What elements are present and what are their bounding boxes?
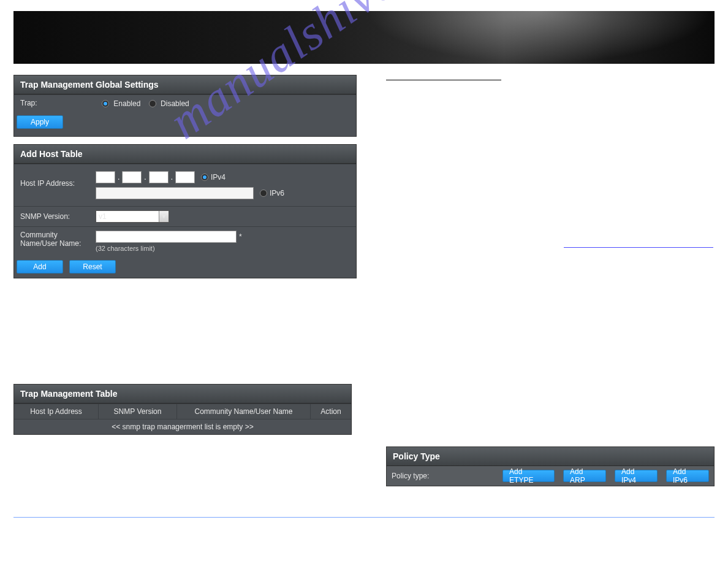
snmp-label: SNMP Version: bbox=[19, 212, 96, 221]
ipv6-label: IPv6 bbox=[270, 189, 284, 197]
left-column: Trap Management Global Settings Trap: En… bbox=[13, 64, 357, 486]
ipv4-radio[interactable] bbox=[201, 174, 208, 181]
add-ipv4-button[interactable]: Add IPv4 bbox=[615, 470, 658, 482]
host-ip-row: Host IP Address: . . . IPv4 bbox=[14, 164, 356, 206]
ipv4-label: IPv4 bbox=[211, 173, 226, 182]
community-label-line2: Name/User Name: bbox=[20, 239, 81, 248]
right-underline bbox=[386, 80, 501, 80]
top-banner bbox=[13, 11, 715, 64]
dot: . bbox=[144, 173, 146, 182]
trap-table-title: Trap Management Table bbox=[14, 385, 351, 404]
add-etype-button[interactable]: Add ETYPE bbox=[502, 470, 555, 482]
add-arp-button[interactable]: Add ARP bbox=[563, 470, 606, 482]
right-column: Policy Type Policy type: Add ETYPE Add A… bbox=[386, 64, 715, 486]
ipv4-oct4[interactable] bbox=[175, 171, 195, 183]
community-input[interactable] bbox=[96, 231, 237, 243]
ipv4-oct1[interactable] bbox=[96, 171, 115, 183]
policy-panel: Policy Type Policy type: Add ETYPE Add A… bbox=[386, 446, 715, 486]
ipv6-row: IPv6 bbox=[96, 185, 351, 201]
footer-divider bbox=[13, 517, 715, 518]
trap-table-header-row: Host Ip Address SNMP Version Community N… bbox=[14, 404, 351, 419]
trap-global-title: Trap Management Global Settings bbox=[14, 75, 356, 94]
snmp-row: SNMP Version: v1 ▼ bbox=[14, 206, 356, 226]
trap-table-empty: << snmp trap managerment list is empty >… bbox=[14, 419, 351, 434]
community-label: Community Name/User Name: bbox=[19, 231, 96, 248]
col-community: Community Name/User Name bbox=[177, 404, 311, 419]
required-star-icon: * bbox=[239, 232, 242, 241]
trap-label: Trap: bbox=[19, 99, 96, 107]
add-reset-bar: Add Reset bbox=[14, 256, 356, 278]
dot: . bbox=[118, 173, 119, 182]
col-action: Action bbox=[311, 404, 351, 419]
dot: . bbox=[171, 173, 173, 182]
ipv6-input[interactable] bbox=[96, 187, 254, 199]
ipv4-row: . . . IPv4 bbox=[96, 169, 351, 185]
ipv4-oct3[interactable] bbox=[149, 171, 169, 183]
ipv4-oct2[interactable] bbox=[122, 171, 142, 183]
policy-title: Policy Type bbox=[387, 447, 714, 466]
host-ip-body: . . . IPv4 IPv6 bbox=[96, 169, 351, 201]
col-snmp-version: SNMP Version bbox=[99, 404, 177, 419]
trap-options: Enabled Disabled bbox=[96, 99, 351, 108]
host-ip-label: Host IP Address: bbox=[19, 169, 96, 188]
snmp-version-select[interactable]: v1 ▼ bbox=[96, 210, 169, 223]
add-host-title: Add Host Table bbox=[14, 145, 356, 164]
add-ipv6-button[interactable]: Add IPv6 bbox=[666, 470, 709, 482]
community-row: Community Name/User Name: * (32 characte… bbox=[14, 226, 356, 256]
community-hint: (32 characters limit) bbox=[96, 245, 351, 252]
add-host-panel: Add Host Table Host IP Address: . . . IP… bbox=[13, 144, 357, 278]
reset-button[interactable]: Reset bbox=[69, 260, 116, 274]
snmp-body: v1 ▼ bbox=[96, 210, 351, 223]
trap-enabled-radio[interactable] bbox=[102, 100, 109, 107]
trap-enabled-label: Enabled bbox=[113, 99, 140, 108]
col-host-ip: Host Ip Address bbox=[14, 404, 99, 419]
trap-disabled-label: Disabled bbox=[161, 99, 189, 108]
apply-bar: Apply bbox=[14, 112, 356, 136]
apply-button[interactable]: Apply bbox=[17, 115, 63, 129]
chevron-down-icon: ▼ bbox=[159, 211, 169, 222]
right-link-line bbox=[564, 247, 713, 248]
snmp-version-value: v1 bbox=[99, 212, 107, 221]
add-button[interactable]: Add bbox=[17, 260, 63, 274]
trap-table-panel: Trap Management Table Host Ip Address SN… bbox=[13, 384, 352, 435]
trap-global-panel: Trap Management Global Settings Trap: En… bbox=[13, 75, 357, 137]
page-columns: Trap Management Global Settings Trap: En… bbox=[0, 64, 728, 499]
community-label-line1: Community bbox=[20, 231, 58, 239]
trap-disabled-radio[interactable] bbox=[149, 100, 156, 107]
ipv6-radio[interactable] bbox=[260, 190, 267, 197]
community-body: * (32 characters limit) bbox=[96, 231, 351, 252]
policy-row: Policy type: Add ETYPE Add ARP Add IPv4 … bbox=[387, 466, 714, 486]
trap-row: Trap: Enabled Disabled bbox=[14, 94, 356, 112]
policy-label: Policy type: bbox=[392, 472, 494, 480]
